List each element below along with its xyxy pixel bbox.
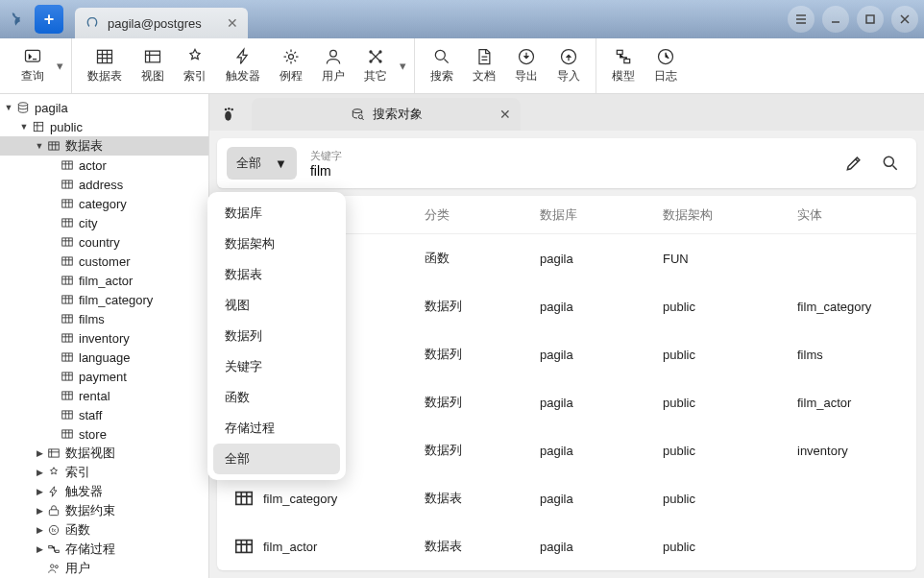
tree-table-item[interactable]: payment bbox=[0, 367, 208, 386]
index-button[interactable]: 索引 bbox=[174, 43, 216, 88]
svg-point-44 bbox=[228, 108, 231, 110]
svg-rect-50 bbox=[236, 541, 253, 553]
filter-option[interactable]: 关键字 bbox=[213, 351, 340, 382]
result-row[interactable]: film_actor数据表pagilapublic bbox=[217, 522, 916, 570]
table-item-icon bbox=[60, 370, 75, 383]
result-row[interactable]: film_category数据表pagilapublic bbox=[217, 474, 916, 522]
tree-table-item[interactable]: films bbox=[0, 309, 208, 328]
object-tree[interactable]: ▼pagila ▼public ▼数据表 actoraddresscategor… bbox=[0, 94, 209, 578]
filter-option[interactable]: 数据架构 bbox=[213, 229, 340, 259]
tree-table-item[interactable]: film_actor bbox=[0, 271, 208, 290]
other-button[interactable]: 其它 bbox=[354, 43, 397, 88]
filter-option[interactable]: 全部 bbox=[213, 444, 340, 474]
tree-table-item[interactable]: staff bbox=[0, 405, 208, 424]
svg-rect-38 bbox=[49, 546, 53, 548]
close-window-button[interactable] bbox=[891, 6, 918, 33]
import-button[interactable]: 导入 bbox=[547, 43, 590, 88]
col-database[interactable]: 数据库 bbox=[540, 206, 663, 224]
tree-table-item[interactable]: address bbox=[0, 175, 208, 194]
filter-option[interactable]: 数据表 bbox=[213, 259, 340, 290]
svg-rect-20 bbox=[62, 181, 73, 188]
app-logo bbox=[6, 8, 29, 31]
view-button[interactable]: 视图 bbox=[132, 43, 174, 88]
tree-table-item[interactable]: rental bbox=[0, 386, 208, 405]
tree-table-item[interactable]: language bbox=[0, 348, 208, 367]
tree-table-item[interactable]: store bbox=[0, 424, 208, 444]
tree-proc-node[interactable]: ▶存储过程 bbox=[0, 540, 208, 559]
search-input[interactable] bbox=[310, 163, 843, 179]
magnify-icon bbox=[881, 154, 900, 173]
other-dropdown[interactable]: ▾ bbox=[397, 59, 408, 73]
table-item-icon bbox=[60, 427, 75, 441]
tree-views-node[interactable]: ▶数据视图 bbox=[0, 444, 208, 463]
search-icon bbox=[432, 47, 451, 66]
tree-trigger-node[interactable]: ▶触发器 bbox=[0, 482, 208, 501]
tree-table-item[interactable]: category bbox=[0, 194, 208, 213]
query-button[interactable]: 查询 bbox=[12, 43, 54, 88]
tree-db[interactable]: ▼pagila bbox=[0, 98, 208, 117]
proc-button[interactable]: 例程 bbox=[270, 43, 312, 88]
new-connection-button[interactable]: + bbox=[35, 5, 63, 34]
filter-option[interactable]: 函数 bbox=[213, 382, 340, 413]
trigger-button[interactable]: 触发器 bbox=[216, 43, 270, 88]
svg-rect-2 bbox=[98, 50, 112, 62]
col-schema[interactable]: 数据架构 bbox=[663, 206, 797, 224]
table-icon bbox=[95, 47, 114, 66]
connection-tab[interactable]: pagila@postgres ✕ bbox=[75, 8, 248, 38]
tree-table-item[interactable]: customer bbox=[0, 252, 208, 271]
tree-function-node[interactable]: ▶fx函数 bbox=[0, 520, 208, 540]
col-entity[interactable]: 实体 bbox=[797, 206, 916, 224]
tree-index-node[interactable]: ▶索引 bbox=[0, 463, 208, 482]
doc-button[interactable]: 文档 bbox=[463, 43, 505, 88]
tree-constraint-node[interactable]: ▶数据约束 bbox=[0, 501, 208, 520]
connection-tab-title: pagila@postgres bbox=[108, 16, 219, 31]
svg-rect-28 bbox=[62, 334, 73, 342]
log-button[interactable]: 日志 bbox=[644, 43, 687, 88]
model-button[interactable]: 模型 bbox=[602, 43, 644, 88]
content-tab-search[interactable]: 搜索对象 ✕ bbox=[252, 98, 521, 131]
content-home-button[interactable] bbox=[215, 98, 246, 131]
table-item-icon bbox=[60, 389, 75, 402]
table-item-icon bbox=[60, 350, 75, 364]
filter-option[interactable]: 视图 bbox=[213, 290, 340, 321]
run-search-button[interactable] bbox=[880, 153, 901, 174]
svg-point-4 bbox=[289, 55, 294, 60]
svg-rect-33 bbox=[62, 430, 73, 438]
minimize-button[interactable] bbox=[822, 6, 849, 33]
svg-rect-39 bbox=[56, 550, 60, 552]
table-button[interactable]: 数据表 bbox=[78, 43, 132, 88]
export-button[interactable]: 导出 bbox=[505, 43, 547, 88]
tree-table-item[interactable]: country bbox=[0, 232, 208, 252]
svg-rect-24 bbox=[62, 257, 73, 265]
hamburger-menu-button[interactable] bbox=[788, 6, 815, 33]
tree-schema[interactable]: ▼public bbox=[0, 117, 208, 136]
log-icon bbox=[656, 47, 675, 66]
filter-option[interactable]: 存储过程 bbox=[213, 413, 340, 444]
edit-search-button[interactable] bbox=[843, 153, 864, 174]
filter-dropdown[interactable]: 全部 ▼ bbox=[227, 147, 297, 180]
tree-user-node[interactable]: 用户 bbox=[0, 559, 208, 578]
table-item-icon bbox=[60, 254, 75, 268]
col-category[interactable]: 分类 bbox=[425, 206, 540, 224]
content-tab-title: 搜索对象 bbox=[373, 106, 423, 123]
view-icon bbox=[143, 47, 162, 66]
user-button[interactable]: 用户 bbox=[312, 43, 354, 88]
pencil-icon bbox=[844, 154, 863, 173]
filter-option[interactable]: 数据列 bbox=[213, 321, 340, 351]
table-item-icon bbox=[60, 235, 75, 249]
close-tab-icon[interactable]: ✕ bbox=[227, 15, 238, 31]
maximize-button[interactable] bbox=[857, 6, 884, 33]
svg-rect-23 bbox=[62, 238, 73, 246]
tree-table-item[interactable]: actor bbox=[0, 156, 208, 175]
svg-rect-18 bbox=[49, 142, 60, 150]
tree-table-item[interactable]: city bbox=[0, 213, 208, 232]
query-dropdown[interactable]: ▾ bbox=[54, 59, 65, 73]
search-button[interactable]: 搜索 bbox=[421, 43, 463, 88]
other-icon bbox=[366, 47, 385, 66]
function-icon: fx bbox=[46, 523, 61, 537]
close-content-tab-icon[interactable]: ✕ bbox=[499, 107, 511, 122]
filter-option[interactable]: 数据库 bbox=[213, 198, 340, 229]
tree-table-item[interactable]: film_category bbox=[0, 290, 208, 309]
tree-table-item[interactable]: inventory bbox=[0, 328, 208, 348]
tree-tables-node[interactable]: ▼数据表 bbox=[0, 136, 208, 156]
